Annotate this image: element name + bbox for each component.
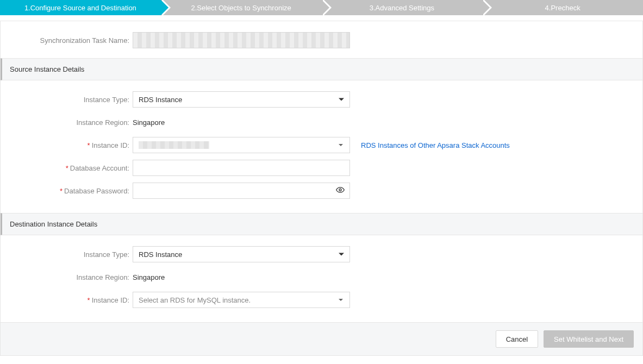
source-instance-id-select[interactable] bbox=[133, 137, 350, 153]
destination-instance-region-label: Instance Region: bbox=[1, 273, 133, 281]
step-label: 1.Configure Source and Destination bbox=[24, 4, 136, 12]
step-configure[interactable]: 1.Configure Source and Destination bbox=[0, 0, 161, 15]
source-section-header: Source Instance Details bbox=[1, 58, 642, 80]
chevron-down-icon bbox=[339, 144, 343, 146]
step-advanced[interactable]: 3.Advanced Settings bbox=[322, 0, 483, 15]
step-label: 3.Advanced Settings bbox=[370, 4, 434, 12]
source-section-body: Instance Type: RDS Instance Instance Reg… bbox=[1, 80, 642, 213]
source-instance-type-label: Instance Type: bbox=[1, 96, 133, 104]
destination-instance-region-row: Instance Region: Singapore bbox=[1, 269, 642, 285]
destination-instance-type-row: Instance Type: RDS Instance bbox=[1, 246, 642, 262]
source-instance-region-value: Singapore bbox=[133, 118, 165, 127]
source-instance-region-label: Instance Region: bbox=[1, 118, 133, 127]
destination-instance-type-select[interactable]: RDS Instance bbox=[133, 246, 350, 262]
chevron-down-icon bbox=[339, 253, 344, 256]
next-button[interactable]: Set Whitelist and Next bbox=[544, 330, 634, 348]
select-value: RDS Instance bbox=[139, 250, 182, 259]
source-instance-id-row: *Instance ID: RDS Instances of Other Aps… bbox=[1, 137, 642, 153]
source-instance-id-label: *Instance ID: bbox=[1, 141, 133, 149]
destination-instance-region-value: Singapore bbox=[133, 273, 165, 281]
source-db-account-input[interactable] bbox=[133, 160, 350, 176]
source-instance-region-row: Instance Region: Singapore bbox=[1, 114, 642, 130]
task-name-row: Synchronization Task Name: bbox=[1, 21, 642, 58]
select-placeholder: Select an RDS for MySQL instance. bbox=[139, 296, 251, 304]
source-instance-type-row: Instance Type: RDS Instance bbox=[1, 91, 642, 108]
redacted-value bbox=[139, 141, 209, 149]
source-instance-type-select[interactable]: RDS Instance bbox=[133, 91, 350, 108]
step-label: 2.Select Objects to Synchronize bbox=[191, 4, 291, 12]
step-precheck[interactable]: 4.Precheck bbox=[482, 0, 643, 15]
step-label: 4.Precheck bbox=[545, 4, 580, 12]
main-panel: Synchronization Task Name: Source Instan… bbox=[0, 21, 643, 356]
cross-account-link[interactable]: RDS Instances of Other Apsara Stack Acco… bbox=[361, 141, 510, 149]
source-db-account-label: *Database Account: bbox=[1, 164, 133, 172]
source-db-password-input[interactable] bbox=[133, 183, 350, 199]
destination-section-header: Destination Instance Details bbox=[1, 213, 642, 235]
chevron-down-icon bbox=[339, 98, 344, 101]
footer-bar: Cancel Set Whitelist and Next bbox=[1, 322, 642, 355]
cancel-button[interactable]: Cancel bbox=[496, 330, 538, 348]
destination-instance-id-row: *Instance ID: Select an RDS for MySQL in… bbox=[1, 292, 642, 308]
destination-instance-id-label: *Instance ID: bbox=[1, 296, 133, 304]
task-name-input[interactable] bbox=[133, 32, 350, 48]
source-db-account-row: *Database Account: bbox=[1, 160, 642, 176]
select-value: RDS Instance bbox=[139, 96, 182, 104]
task-name-label: Synchronization Task Name: bbox=[1, 36, 133, 45]
chevron-down-icon bbox=[339, 299, 343, 301]
source-db-password-row: *Database Password: bbox=[1, 183, 642, 199]
eye-icon[interactable] bbox=[336, 186, 345, 196]
step-select-objects[interactable]: 2.Select Objects to Synchronize bbox=[161, 0, 322, 15]
svg-point-0 bbox=[339, 189, 341, 191]
destination-section-body: Instance Type: RDS Instance Instance Reg… bbox=[1, 235, 642, 322]
wizard-steps: 1.Configure Source and Destination 2.Sel… bbox=[0, 0, 643, 15]
destination-instance-type-label: Instance Type: bbox=[1, 250, 133, 259]
source-db-password-label: *Database Password: bbox=[1, 187, 133, 195]
destination-instance-id-select[interactable]: Select an RDS for MySQL instance. bbox=[133, 292, 350, 308]
